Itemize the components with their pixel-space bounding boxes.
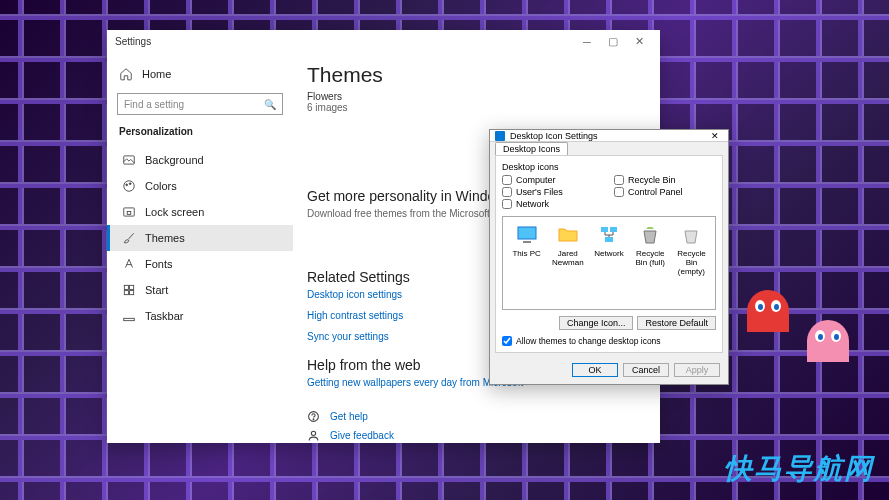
checkbox-computer[interactable]: Computer bbox=[502, 175, 604, 185]
nav-label: Fonts bbox=[145, 258, 173, 270]
change-icon-button[interactable]: Change Icon... bbox=[559, 316, 634, 330]
cancel-button[interactable]: Cancel bbox=[623, 363, 669, 377]
palette-icon bbox=[122, 179, 136, 193]
nav-label: Taskbar bbox=[145, 310, 184, 322]
icon-recycle-bin-full[interactable]: Recycle Bin (full) bbox=[631, 223, 670, 303]
sidebar: Home Find a setting 🔍 Personalization Ba… bbox=[107, 53, 293, 443]
svg-rect-6 bbox=[124, 285, 128, 289]
svg-rect-18 bbox=[605, 237, 613, 242]
search-placeholder: Find a setting bbox=[124, 99, 184, 110]
checkbox-network[interactable]: Network bbox=[502, 199, 604, 209]
feedback-icon bbox=[307, 429, 320, 442]
taskbar-icon bbox=[122, 309, 136, 323]
network-icon bbox=[597, 223, 621, 247]
svg-rect-14 bbox=[518, 227, 536, 239]
svg-rect-9 bbox=[130, 291, 134, 295]
group-label: Desktop icons bbox=[502, 162, 716, 172]
maximize-button[interactable]: ▢ bbox=[600, 30, 626, 53]
nav-home-label: Home bbox=[142, 68, 171, 80]
svg-point-2 bbox=[126, 184, 128, 186]
ok-button[interactable]: OK bbox=[572, 363, 618, 377]
nav-label: Themes bbox=[145, 232, 185, 244]
current-theme-count: 6 images bbox=[307, 102, 646, 113]
dialog-titlebar[interactable]: Desktop Icon Settings ✕ bbox=[490, 130, 728, 142]
ghost-red-graphic bbox=[747, 290, 789, 332]
help-icon bbox=[307, 410, 320, 423]
search-icon: 🔍 bbox=[264, 99, 276, 110]
computer-icon bbox=[515, 223, 539, 247]
svg-rect-16 bbox=[601, 227, 608, 232]
font-icon bbox=[122, 257, 136, 271]
tab-strip: Desktop Icons bbox=[490, 142, 728, 155]
titlebar[interactable]: Settings ─ ▢ ✕ bbox=[107, 30, 660, 53]
folder-icon bbox=[556, 223, 580, 247]
dialog-app-icon bbox=[495, 131, 505, 141]
icon-this-pc[interactable]: This PC bbox=[507, 223, 546, 303]
page-title: Themes bbox=[307, 63, 646, 87]
brush-icon bbox=[122, 231, 136, 245]
start-icon bbox=[122, 283, 136, 297]
svg-rect-8 bbox=[124, 291, 128, 295]
svg-point-3 bbox=[129, 183, 131, 185]
restore-default-button[interactable]: Restore Default bbox=[637, 316, 716, 330]
checkbox-recycle-bin[interactable]: Recycle Bin bbox=[614, 175, 716, 185]
nav-start[interactable]: Start bbox=[107, 277, 293, 303]
link-give-feedback[interactable]: Give feedback bbox=[330, 430, 394, 441]
minimize-button[interactable]: ─ bbox=[574, 30, 600, 53]
desktop-icon-settings-dialog: Desktop Icon Settings ✕ Desktop Icons De… bbox=[489, 129, 729, 385]
nav-colors[interactable]: Colors bbox=[107, 173, 293, 199]
nav-label: Background bbox=[145, 154, 204, 166]
dialog-body: Desktop icons Computer Recycle Bin User'… bbox=[495, 155, 723, 353]
svg-rect-4 bbox=[124, 208, 135, 216]
nav-background[interactable]: Background bbox=[107, 147, 293, 173]
svg-rect-17 bbox=[610, 227, 617, 232]
nav-label: Lock screen bbox=[145, 206, 204, 218]
nav-lockscreen[interactable]: Lock screen bbox=[107, 199, 293, 225]
window-title: Settings bbox=[115, 36, 574, 47]
recycle-empty-icon bbox=[679, 223, 703, 247]
svg-rect-5 bbox=[127, 211, 131, 214]
watermark-text: 快马导航网 bbox=[724, 450, 874, 488]
ghost-pink-graphic bbox=[807, 320, 849, 362]
link-get-help[interactable]: Get help bbox=[330, 411, 368, 422]
icon-network[interactable]: Network bbox=[589, 223, 628, 303]
home-icon bbox=[119, 67, 133, 81]
picture-icon bbox=[122, 153, 136, 167]
icon-recycle-bin-empty[interactable]: Recycle Bin (empty) bbox=[672, 223, 711, 303]
svg-point-12 bbox=[313, 419, 314, 420]
svg-rect-10 bbox=[124, 318, 135, 320]
search-input[interactable]: Find a setting 🔍 bbox=[117, 93, 283, 115]
recycle-full-icon bbox=[638, 223, 662, 247]
svg-rect-15 bbox=[523, 241, 531, 243]
svg-point-13 bbox=[311, 431, 315, 435]
nav-taskbar[interactable]: Taskbar bbox=[107, 303, 293, 329]
icon-user-files[interactable]: Jared Newman bbox=[548, 223, 587, 303]
dialog-close-button[interactable]: ✕ bbox=[707, 131, 723, 141]
dialog-title-text: Desktop Icon Settings bbox=[510, 131, 598, 141]
checkbox-allow-themes[interactable]: Allow themes to change desktop icons bbox=[502, 336, 716, 346]
close-button[interactable]: ✕ bbox=[626, 30, 652, 53]
checkbox-control-panel[interactable]: Control Panel bbox=[614, 187, 716, 197]
nav-fonts[interactable]: Fonts bbox=[107, 251, 293, 277]
apply-button[interactable]: Apply bbox=[674, 363, 720, 377]
svg-rect-7 bbox=[130, 285, 134, 289]
nav-label: Colors bbox=[145, 180, 177, 192]
svg-point-1 bbox=[124, 181, 135, 192]
nav-label: Start bbox=[145, 284, 168, 296]
nav-themes[interactable]: Themes bbox=[107, 225, 293, 251]
category-label: Personalization bbox=[107, 123, 293, 147]
nav-home[interactable]: Home bbox=[107, 61, 293, 87]
lock-icon bbox=[122, 205, 136, 219]
tab-desktop-icons[interactable]: Desktop Icons bbox=[495, 142, 568, 155]
checkbox-users-files[interactable]: User's Files bbox=[502, 187, 604, 197]
icon-preview-well[interactable]: This PC Jared Newman Network Recycle Bin… bbox=[502, 216, 716, 310]
current-theme-name: Flowers bbox=[307, 91, 646, 102]
